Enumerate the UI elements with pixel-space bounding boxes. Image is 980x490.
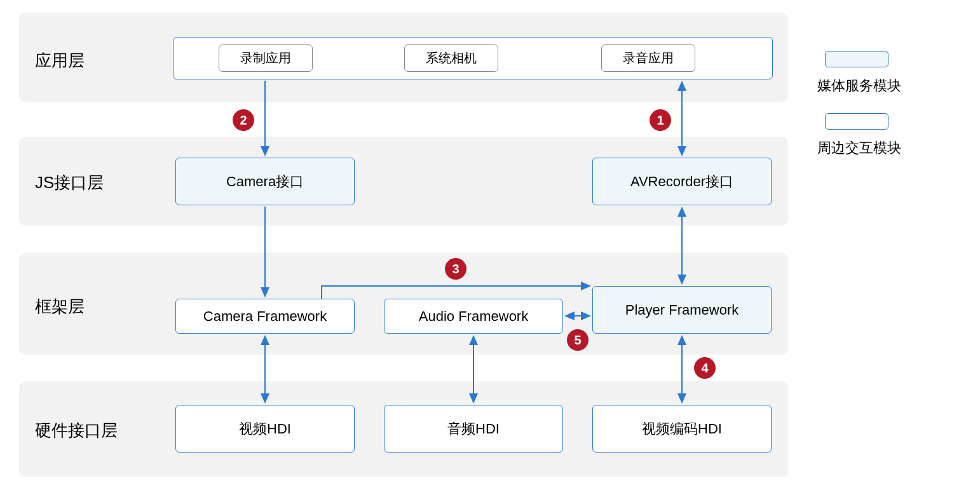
layer-label-framework: 框架层 [35, 296, 85, 318]
layer-label-app: 应用层 [35, 50, 85, 72]
box-video-hdi: 视频HDI [175, 405, 355, 453]
box-record-app: 录制应用 [219, 44, 313, 72]
badge-1: 1 [650, 109, 671, 131]
layer-label-hw: 硬件接口层 [35, 419, 118, 442]
box-audio-app: 录音应用 [601, 44, 695, 72]
box-sys-camera: 系统相机 [404, 44, 498, 72]
box-player-framework: Player Framework [592, 286, 772, 334]
badge-3: 3 [445, 258, 466, 280]
layer-label-js: JS接口层 [35, 172, 104, 194]
badge-2: 2 [233, 109, 254, 131]
legend-label-media: 媒体服务模块 [817, 76, 901, 95]
box-avrecorder-interface: AVRecorder接口 [592, 158, 772, 205]
box-video-enc-hdi: 视频编码HDI [592, 405, 772, 453]
legend-label-peripheral: 周边交互模块 [817, 139, 901, 158]
box-camera-interface: Camera接口 [175, 158, 355, 205]
badge-5: 5 [567, 329, 589, 351]
box-camera-framework: Camera Framework [175, 299, 355, 334]
box-audio-hdi: 音频HDI [384, 405, 563, 453]
legend-swatch-peripheral [825, 113, 888, 130]
badge-4: 4 [694, 357, 716, 379]
legend-swatch-media [825, 51, 888, 67]
box-audio-framework: Audio Framework [384, 299, 563, 334]
